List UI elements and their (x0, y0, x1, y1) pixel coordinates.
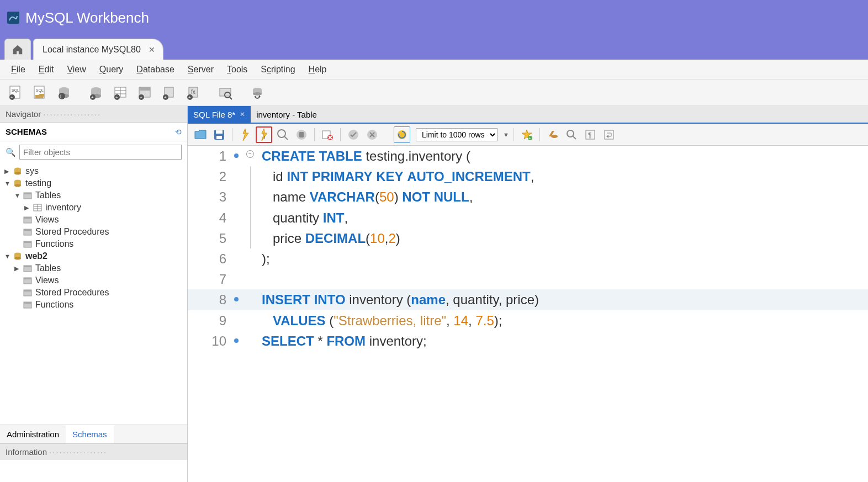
menubar: File Edit View Query Database Server Too… (0, 60, 868, 80)
svg-rect-69 (24, 302, 31, 304)
tree-tables[interactable]: ▼Tables (4, 189, 183, 202)
editor-tab-label: SQL File 8* (193, 110, 235, 119)
execute-button[interactable] (237, 126, 253, 143)
connection-tab-label: Local instance MySQL80 (43, 45, 141, 55)
svg-text:+: + (10, 95, 13, 100)
tree-views[interactable]: Views (4, 214, 183, 226)
tab-schemas[interactable]: Schemas (66, 425, 114, 443)
svg-text:+: + (91, 95, 94, 100)
new-schema-button[interactable]: + (86, 83, 106, 103)
home-tab[interactable] (4, 39, 31, 60)
svg-point-91 (551, 135, 558, 138)
tree-stored-procedures-web2[interactable]: Stored Procedures (4, 287, 183, 299)
commit-button[interactable] (345, 126, 362, 143)
svg-text:SQL: SQL (12, 88, 19, 93)
svg-text:+: + (528, 136, 531, 141)
database-icon (12, 166, 23, 176)
close-icon[interactable]: ✕ (240, 110, 245, 118)
open-file-button[interactable] (192, 126, 209, 143)
navigator-title: Navigator (0, 106, 187, 123)
svg-rect-77 (299, 132, 304, 137)
stop-on-error-button[interactable] (319, 126, 336, 143)
menu-query[interactable]: Query (94, 62, 129, 77)
new-table-button[interactable]: + (110, 83, 130, 103)
beautify-button[interactable] (544, 126, 561, 143)
menu-edit[interactable]: Edit (33, 62, 60, 77)
menu-file[interactable]: File (6, 62, 31, 77)
sql-editor[interactable]: 1−CREATE TABLE testing.inventory ( 2 id … (188, 146, 868, 482)
tree-table-inventory[interactable]: ▶inventory (4, 202, 183, 214)
tree-views-web2[interactable]: Views (4, 274, 183, 287)
navigator-panel: Navigator SCHEMAS ⟲ 🔍 ▶sys ▼testing ▼Tab… (0, 106, 188, 482)
wrap-button[interactable] (601, 126, 617, 143)
inspector-button[interactable]: i (54, 83, 74, 103)
explain-button[interactable] (274, 126, 291, 143)
close-icon[interactable]: ✕ (149, 45, 155, 54)
folder-icon (22, 215, 33, 225)
menu-scripting[interactable]: Scripting (255, 62, 300, 77)
new-sql-button[interactable]: SQL+ (6, 83, 25, 103)
editor-area: SQL File 8* ✕ inventory - Table I Limit … (188, 106, 868, 482)
reconnect-button[interactable] (247, 83, 267, 103)
tree-schema-testing[interactable]: ▼testing (4, 177, 183, 189)
schemas-title: SCHEMAS (6, 127, 47, 136)
stop-button[interactable] (293, 126, 310, 143)
svg-rect-54 (24, 217, 31, 219)
svg-marker-97 (606, 135, 608, 138)
autocommit-button[interactable] (394, 126, 410, 143)
navigator-bottom-tabs: Administration Schemas (0, 425, 187, 443)
limit-rows-select[interactable]: Limit to 1000 rows (416, 128, 497, 141)
rollback-button[interactable] (364, 126, 380, 143)
menu-help[interactable]: Help (303, 62, 332, 77)
favorite-button[interactable]: + (518, 126, 535, 143)
new-function-button[interactable]: fx+ (183, 83, 203, 103)
search-button[interactable] (215, 83, 235, 103)
folder-icon (22, 288, 33, 298)
new-view-button[interactable]: + (135, 83, 155, 103)
tree-tables-web2[interactable]: ▶Tables (4, 262, 183, 274)
editor-tab-inventory[interactable]: inventory - Table (251, 106, 322, 123)
svg-line-93 (573, 136, 576, 139)
menu-database[interactable]: Database (131, 62, 180, 77)
database-icon (12, 178, 23, 188)
svg-rect-67 (24, 290, 31, 292)
save-button[interactable] (211, 126, 227, 143)
svg-rect-56 (24, 229, 31, 231)
editor-tab-sqlfile[interactable]: SQL File 8* ✕ (188, 106, 251, 123)
refresh-icon[interactable]: ⟲ (175, 128, 182, 136)
find-button[interactable] (563, 126, 580, 143)
tree-schema-web2[interactable]: ▼web2 (4, 250, 183, 262)
filter-objects-input[interactable] (19, 145, 182, 160)
tree-schema-sys[interactable]: ▶sys (4, 165, 183, 177)
new-procedure-button[interactable]: + (159, 83, 179, 103)
svg-text:+: + (188, 95, 191, 100)
titlebar: MySQL Workbench (0, 0, 868, 35)
svg-point-92 (567, 130, 574, 137)
editor-tab-label: inventory - Table (256, 110, 317, 119)
menu-server[interactable]: Server (182, 62, 219, 77)
app-title: MySQL Workbench (25, 9, 149, 27)
tree-functions[interactable]: Functions (4, 238, 183, 250)
connection-tab[interactable]: Local instance MySQL80 ✕ (33, 39, 163, 60)
menu-tools[interactable]: Tools (221, 62, 253, 77)
svg-point-46 (14, 184, 21, 187)
svg-rect-71 (216, 130, 223, 134)
tree-stored-procedures[interactable]: Stored Procedures (4, 226, 183, 238)
svg-point-43 (14, 172, 21, 175)
menu-view[interactable]: View (61, 62, 91, 77)
tree-functions-web2[interactable]: Functions (4, 299, 183, 311)
execute-current-button[interactable]: I (256, 126, 272, 143)
toggle-invisible-button[interactable]: ¶ (582, 126, 599, 143)
svg-line-36 (230, 97, 232, 99)
home-icon (12, 44, 24, 56)
editor-toolbar: I Limit to 1000 rows ▼ + ¶ (188, 124, 868, 146)
open-sql-button[interactable]: SQL (30, 83, 50, 103)
svg-point-61 (14, 257, 21, 260)
svg-text:I: I (264, 135, 266, 140)
tab-administration[interactable]: Administration (0, 425, 66, 443)
svg-point-39 (253, 92, 262, 96)
svg-text:+: + (164, 95, 167, 100)
information-title: Information (0, 443, 187, 460)
database-icon (12, 251, 23, 261)
folder-icon (22, 263, 33, 273)
